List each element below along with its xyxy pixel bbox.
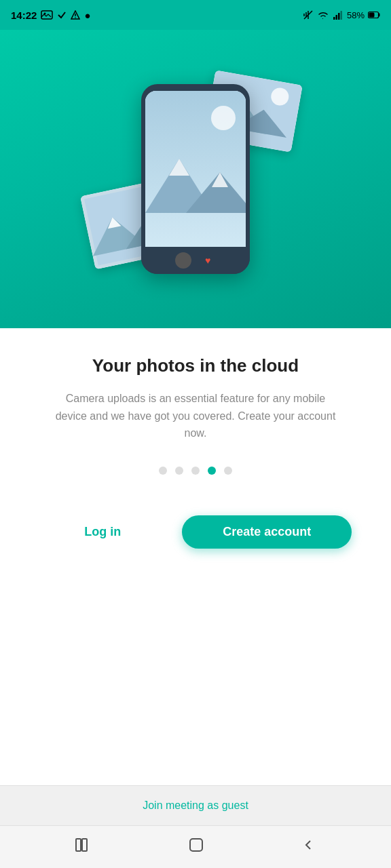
svg-rect-32 [82,839,87,851]
time-display: 14:22 [11,9,37,21]
phone-body: ♥ [141,84,250,274]
phone-illustration: ♥ [100,57,291,301]
svg-rect-7 [338,13,340,20]
join-guest-link[interactable]: Join meeting as guest [143,800,248,811]
check-icon [57,10,67,20]
phone-heart-icon: ♥ [205,255,216,266]
login-button[interactable]: Log in [39,515,166,549]
back-button[interactable] [300,837,316,857]
svg-rect-8 [340,11,342,20]
mute-icon [303,9,314,20]
page-dots-indicator [159,467,232,475]
svg-rect-31 [76,839,81,851]
content-section: Your photos in the cloud Camera uploads … [0,328,391,785]
photo-icon [41,10,53,20]
status-right: 58% [303,9,380,20]
battery-display: 58% [347,10,365,20]
dot-3 [191,467,200,475]
dot-4-active [208,467,216,475]
navigation-bar [0,825,391,868]
main-title: Your photos in the cloud [92,355,299,376]
svg-rect-5 [333,17,335,20]
svg-point-4 [75,17,77,18]
dot-1 [159,467,167,475]
wifi-icon [317,10,329,20]
hero-section: ♥ [0,30,391,328]
svg-rect-6 [335,15,337,20]
svg-rect-10 [379,14,380,17]
battery-icon [368,11,380,19]
dot-indicator: ● [84,9,90,21]
main-description: Camera uploads is an essential feature f… [53,390,338,442]
guest-footer: Join meeting as guest [0,785,391,825]
phone-screen [145,91,246,247]
status-left: 14:22 ● [11,9,90,21]
signal-icon [333,10,343,20]
recents-button[interactable] [75,837,92,856]
status-bar: 14:22 ● [0,0,391,30]
dot-5 [224,467,232,475]
svg-rect-33 [190,839,202,851]
create-account-button[interactable]: Create account [182,515,352,549]
svg-point-25 [211,106,236,130]
warning-icon [71,10,80,20]
action-buttons: Log in Create account [39,515,352,549]
svg-rect-11 [369,13,375,18]
phone-bottom-bar: ♥ [141,247,250,274]
home-button[interactable] [188,837,204,857]
phone-home-button [175,252,191,269]
dot-2 [175,467,183,475]
